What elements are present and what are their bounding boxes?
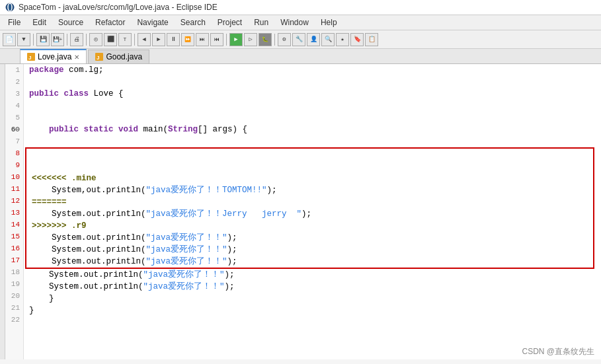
toolbar-debug[interactable]: 🐛 <box>259 33 272 46</box>
ln-13: 13 <box>5 207 23 219</box>
tab-love-label: Love.java <box>38 52 71 61</box>
toolbar-run[interactable]: ▶ <box>229 33 243 46</box>
ln-6: 6⊖ <box>5 124 23 135</box>
menu-window[interactable]: Window <box>275 17 314 28</box>
code-content[interactable]: package com.lg; public class Love { publ… <box>24 64 601 359</box>
toolbar-sep6 <box>274 34 275 46</box>
menu-search[interactable]: Search <box>175 17 211 28</box>
code-line-12: ======= <box>26 196 593 208</box>
code-line-22 <box>24 316 601 328</box>
menu-source[interactable]: Source <box>53 17 89 28</box>
toolbar-b7[interactable]: ⏮ <box>210 33 223 46</box>
toolbar-b4[interactable]: ⏸ <box>167 33 180 46</box>
code-line-6: public static void main(String[] args) { <box>24 124 601 135</box>
ln-22: 22 <box>5 314 23 326</box>
toolbar-prev[interactable]: ◀ <box>138 33 151 46</box>
menu-project[interactable]: Project <box>212 17 247 28</box>
toolbar-next[interactable]: ▶ <box>152 33 165 46</box>
menu-refactor[interactable]: Refactor <box>90 17 130 28</box>
ln-2: 2 <box>5 76 23 88</box>
menu-run[interactable]: Run <box>249 17 274 28</box>
toolbar-b3[interactable]: T <box>118 33 132 46</box>
toolbar-new[interactable]: 📄 <box>3 33 16 46</box>
watermark: CSDN @直条纹先生 <box>522 346 594 357</box>
toolbar-b10[interactable]: 👤 <box>307 33 320 46</box>
ln-9: 9 <box>5 159 23 171</box>
ln-1: 1 <box>5 64 23 76</box>
ln-14: 14 <box>5 219 23 231</box>
toolbar-save[interactable]: 💾 <box>36 33 50 46</box>
toolbar-b9[interactable]: 🔧 <box>292 33 305 46</box>
code-line-18: System.out.println("java爱死你了！！"); <box>24 269 601 281</box>
toolbar-sep3 <box>86 34 87 46</box>
toolbar: 📄 ▼ 💾 💾+ 🖨 ◎ ⬛ T ◀ ▶ ⏸ ⏩ ⏭ ⏮ ▶ ▷ 🐛 ⚙ 🔧 👤… <box>0 30 601 49</box>
code-line-4 <box>24 100 601 112</box>
menu-bar: File Edit Source Refactor Navigate Searc… <box>0 15 601 30</box>
ln-21: 21 <box>5 302 23 314</box>
code-line-14: >>>>>>> .r9 <box>26 220 593 232</box>
code-line-10: <<<<<<< .mine <box>26 172 593 184</box>
menu-navigate[interactable]: Navigate <box>132 17 173 28</box>
eclipse-icon <box>5 3 15 12</box>
code-line-11: System,out.println("java爱死你了！！TOMTOM!!")… <box>26 184 593 196</box>
code-line-1: package com.lg; <box>24 64 601 76</box>
conflict-region: <<<<<<< .mine System,out.println("java爱死… <box>25 147 594 269</box>
svg-text:J: J <box>28 55 31 61</box>
code-line-17: System.out.println("java爱死你了！！"); <box>26 256 593 268</box>
ln-12: 12 <box>5 195 23 207</box>
code-line-8 <box>26 149 593 161</box>
code-line-9 <box>26 161 593 172</box>
toolbar-sep1 <box>33 34 34 46</box>
ln-3: 3 <box>5 88 23 100</box>
toolbar-print[interactable]: 🖨 <box>70 33 83 46</box>
tab-love-close[interactable]: ✕ <box>74 54 79 61</box>
toolbar-b11[interactable]: 🔍 <box>321 33 335 46</box>
code-line-20: } <box>24 293 601 305</box>
tab-good-java[interactable]: J Good.java <box>88 50 149 63</box>
ln-4: 4 <box>5 100 23 112</box>
toolbar-b1[interactable]: ◎ <box>89 33 102 46</box>
code-line-2 <box>24 76 601 88</box>
tab-love-java[interactable]: J Love.java ✕ <box>20 49 87 63</box>
editor-area: 1 2 3 4 5 6⊖ 7 8 9 10 11 12 13 14 15 16 … <box>0 64 601 359</box>
ln-15: 15 <box>5 231 23 242</box>
toolbar-sep4 <box>134 34 135 46</box>
code-line-21: } <box>24 305 601 316</box>
menu-edit[interactable]: Edit <box>27 17 52 28</box>
toolbar-b12[interactable]: ★ <box>336 33 349 46</box>
code-line-15: System.out.println("java爱死你了！！"); <box>26 232 593 244</box>
toolbar-b8[interactable]: ⚙ <box>278 33 291 46</box>
toolbar-b13[interactable]: 🔖 <box>350 33 364 46</box>
java-file-icon: J <box>27 53 35 61</box>
menu-file[interactable]: File <box>3 17 26 28</box>
toolbar-sep5 <box>226 34 227 46</box>
toolbar-b6[interactable]: ⏭ <box>196 33 209 46</box>
editor-tabs: J Love.java ✕ J Good.java <box>0 49 601 64</box>
java-file-icon2: J <box>95 53 103 61</box>
window: SpaceTom - javaLove/src/com/lg/Love.java… <box>0 0 601 364</box>
menu-help[interactable]: Help <box>315 17 342 28</box>
line-numbers: 1 2 3 4 5 6⊖ 7 8 9 10 11 12 13 14 15 16 … <box>5 64 24 359</box>
svg-text:J: J <box>97 55 99 61</box>
ln-16: 16 <box>5 242 23 254</box>
ln-19: 19 <box>5 278 23 290</box>
toolbar-b14[interactable]: 📋 <box>365 33 378 46</box>
code-line-16: System.out.println("java爱死你了！！"); <box>26 244 593 256</box>
code-line-7 <box>24 135 601 147</box>
code-line-13: System.out.println("java爱死你了！！Jerry jerr… <box>26 208 593 220</box>
toolbar-run2[interactable]: ▷ <box>244 33 257 46</box>
toolbar-sep2 <box>67 34 67 46</box>
toolbar-b5[interactable]: ⏩ <box>181 33 194 46</box>
svg-point-0 <box>6 3 14 11</box>
toolbar-save-all[interactable]: 💾+ <box>51 33 64 46</box>
code-line-19: System.out.println("java爱死你了！！"); <box>24 281 601 293</box>
sidebar-strip <box>0 64 5 359</box>
tab-good-label: Good.java <box>106 52 142 61</box>
toolbar-open[interactable]: ▼ <box>17 33 30 46</box>
title-text: SpaceTom - javaLove/src/com/lg/Love.java… <box>19 3 218 12</box>
ln-5: 5 <box>5 112 23 124</box>
ln-8: 8 <box>5 147 23 159</box>
toolbar-b2[interactable]: ⬛ <box>104 33 117 46</box>
ln-11: 11 <box>5 183 23 195</box>
ln-7: 7 <box>5 135 23 147</box>
